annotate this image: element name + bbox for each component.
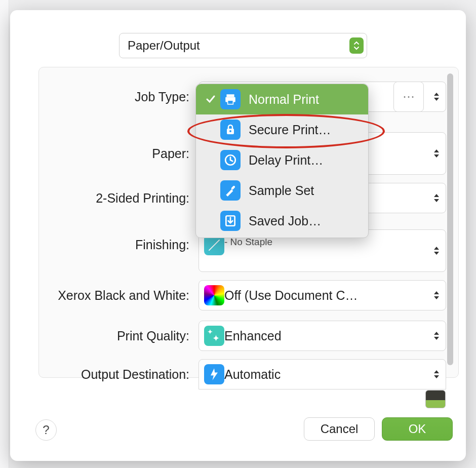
help-icon: ?	[43, 423, 49, 437]
print-options-dialog: Paper/Output Job Type: ⋯ Paper: 2-Sided …	[10, 10, 466, 461]
ok-button[interactable]: OK	[382, 417, 453, 441]
svg-rect-0	[226, 94, 234, 97]
label-print-quality: Print Quality:	[39, 329, 199, 343]
scrollbar[interactable]	[447, 73, 453, 371]
stepper-icon	[432, 91, 441, 103]
select-print-quality-value: Enhanced	[224, 329, 282, 343]
row-output-destination: Output Destination: Automatic	[39, 359, 446, 389]
select-black-white[interactable]: Off (Use Document C…	[199, 280, 446, 310]
section-select[interactable]: Paper/Output	[119, 33, 367, 58]
stepper-icon	[432, 330, 441, 342]
printer-icon	[220, 89, 241, 109]
menu-item-normal-print[interactable]: Normal Print	[196, 84, 368, 114]
lock-icon	[220, 120, 241, 140]
cancel-button-label: Cancel	[321, 422, 359, 436]
help-button[interactable]: ?	[35, 419, 57, 441]
select-output-destination[interactable]: Automatic	[199, 359, 446, 389]
section-select-stepper-icon	[349, 37, 364, 54]
row-black-white: Xerox Black and White: Off (Use Document…	[39, 280, 446, 310]
menu-item-label: Secure Print…	[249, 123, 331, 137]
download-icon	[220, 211, 241, 231]
color-swatch[interactable]	[425, 390, 446, 408]
ok-button-label: OK	[409, 422, 426, 436]
select-black-white-value: Off (Use Document C…	[224, 288, 358, 303]
svg-point-4	[229, 130, 231, 132]
job-type-extra-button[interactable]: ⋯	[393, 82, 424, 112]
menu-item-saved-job[interactable]: Saved Job…	[196, 206, 368, 236]
no-staple-icon	[204, 235, 224, 255]
menu-item-label: Delay Print…	[249, 153, 323, 168]
lightning-icon	[204, 364, 224, 384]
label-paper: Paper:	[39, 146, 199, 161]
menu-item-sample-set[interactable]: Sample Set	[196, 175, 368, 206]
section-select-label: Paper/Output	[128, 38, 200, 53]
label-finishing: Finishing:	[39, 229, 199, 252]
menu-item-label: Sample Set	[249, 183, 314, 198]
cancel-button[interactable]: Cancel	[304, 417, 375, 441]
stepper-icon	[432, 192, 441, 204]
label-job-type: Job Type:	[39, 90, 199, 104]
menu-item-label: Normal Print	[249, 92, 319, 107]
menu-item-delay-print[interactable]: Delay Print…	[196, 145, 368, 175]
row-print-quality: Print Quality: Enhanced	[39, 321, 446, 351]
label-black-white: Xerox Black and White:	[39, 288, 199, 303]
select-print-quality[interactable]: Enhanced	[199, 321, 446, 351]
menu-item-label: Saved Job…	[249, 214, 321, 228]
color-wheel-icon	[204, 285, 224, 305]
stepper-icon	[432, 147, 441, 160]
label-2sided: 2-Sided Printing:	[39, 191, 199, 206]
stepper-icon	[432, 245, 441, 257]
clock-icon	[220, 150, 241, 170]
menu-item-secure-print[interactable]: Secure Print…	[196, 114, 368, 145]
stepper-icon	[432, 289, 441, 301]
scrollbar-thumb[interactable]	[447, 73, 453, 365]
eyedropper-icon	[220, 180, 241, 201]
stepper-icon	[432, 368, 441, 380]
svg-rect-2	[228, 100, 233, 104]
ellipsis-icon: ⋯	[403, 90, 415, 104]
job-type-menu: Normal Print Secure Print… Delay Print… …	[195, 84, 369, 238]
label-output-destination: Output Destination:	[39, 367, 199, 382]
background-strip	[0, 0, 9, 468]
checkmark-icon	[204, 94, 217, 104]
select-output-destination-value: Automatic	[224, 367, 281, 382]
svg-rect-6	[231, 185, 235, 190]
sparkle-icon	[204, 326, 224, 346]
